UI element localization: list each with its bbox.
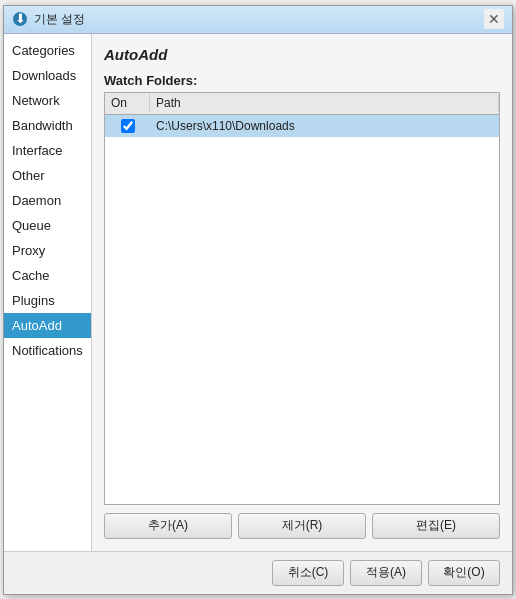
bottom-bar: 취소(C) 적용(A) 확인(O) [4,551,512,594]
ok-button[interactable]: 확인(O) [428,560,500,586]
remove-button[interactable]: 제거(R) [238,513,366,539]
window-icon: ⬇ [12,11,28,27]
col-header-on: On [105,94,150,112]
sidebar-item-daemon[interactable]: Daemon [4,188,91,213]
sidebar-item-cache[interactable]: Cache [4,263,91,288]
row-path: C:\Users\x110\Downloads [150,117,499,135]
svg-text:⬇: ⬇ [15,11,26,26]
content-area: CategoriesDownloadsNetworkBandwidthInter… [4,34,512,551]
watch-folders-label: Watch Folders: [104,73,500,88]
sidebar-item-plugins[interactable]: Plugins [4,288,91,313]
sidebar-item-interface[interactable]: Interface [4,138,91,163]
sidebar: CategoriesDownloadsNetworkBandwidthInter… [4,34,92,551]
table-row[interactable]: C:\Users\x110\Downloads [105,115,499,137]
close-button[interactable]: ✕ [484,9,504,29]
row-checkbox[interactable] [121,119,135,133]
cancel-button[interactable]: 취소(C) [272,560,344,586]
edit-button[interactable]: 편집(E) [372,513,500,539]
add-button[interactable]: 추가(A) [104,513,232,539]
watch-folders-table: On Path C:\Users\x110\Downloads [104,92,500,505]
settings-window: ⬇ 기본 설정 ✕ CategoriesDownloadsNetworkBand… [3,5,513,595]
sidebar-item-bandwidth[interactable]: Bandwidth [4,113,91,138]
apply-button[interactable]: 적용(A) [350,560,422,586]
sidebar-item-proxy[interactable]: Proxy [4,238,91,263]
titlebar: ⬇ 기본 설정 ✕ [4,6,512,34]
window-title: 기본 설정 [34,11,484,28]
sidebar-item-queue[interactable]: Queue [4,213,91,238]
table-header: On Path [105,93,499,115]
table-body: C:\Users\x110\Downloads [105,115,499,504]
col-header-path: Path [150,94,499,112]
main-panel: AutoAdd Watch Folders: On Path C:\Users\… [92,34,512,551]
action-buttons: 추가(A) 제거(R) 편집(E) [104,513,500,539]
sidebar-item-downloads[interactable]: Downloads [4,63,91,88]
sidebar-item-other[interactable]: Other [4,163,91,188]
sidebar-item-notifications[interactable]: Notifications [4,338,91,363]
panel-title: AutoAdd [104,46,500,63]
sidebar-item-network[interactable]: Network [4,88,91,113]
row-checkbox-cell [105,117,150,135]
sidebar-item-autoadd[interactable]: AutoAdd [4,313,91,338]
sidebar-item-categories[interactable]: Categories [4,38,91,63]
